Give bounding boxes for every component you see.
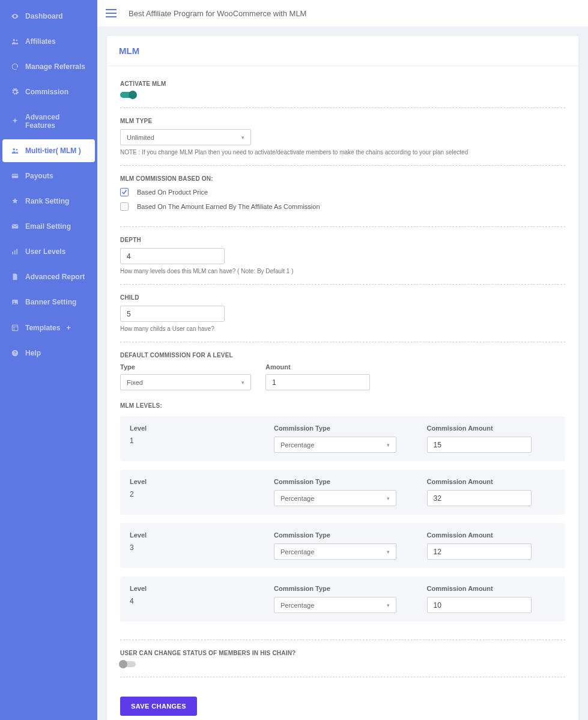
save-button[interactable]: SAVE CHANGES xyxy=(120,697,197,716)
depth-input[interactable] xyxy=(120,248,225,264)
default-type-value: Fixed xyxy=(127,379,143,386)
users-icon xyxy=(11,37,19,46)
sidebar-item-multi-tier-mlm-[interactable]: Multi-tier( MLM ) xyxy=(2,139,95,162)
default-amount-label: Amount xyxy=(265,363,370,371)
doc-icon xyxy=(11,273,19,281)
sidebar-item-advanced-features[interactable]: Advanced Features xyxy=(0,106,97,137)
depth-note: How many levels does this MLM can have? … xyxy=(120,268,565,274)
level-row: Level4Commission TypePercentage▾Commissi… xyxy=(120,576,565,622)
help-icon: ? xyxy=(11,349,19,357)
sidebar-item-advanced-report[interactable]: Advanced Report xyxy=(0,265,97,288)
level-number-label: Level xyxy=(130,478,250,485)
level-number-label: Level xyxy=(130,425,250,432)
mlm-type-note: NOTE : If you change MLM Plan then you n… xyxy=(120,149,565,156)
sidebar-item-email-setting[interactable]: Email Setting xyxy=(0,215,97,238)
sidebar-item-user-levels[interactable]: User Levels xyxy=(0,240,97,263)
level-number-value: 3 xyxy=(130,543,250,552)
svg-rect-6 xyxy=(12,225,19,229)
sidebar-item-manage-referrals[interactable]: Manage Referrals xyxy=(0,55,97,78)
level-type-label: Commission Type xyxy=(274,585,403,592)
level-type-value: Percentage xyxy=(280,495,314,502)
level-amount-label: Commission Amount xyxy=(427,585,556,592)
level-number-value: 1 xyxy=(130,437,250,445)
card-title: MLM xyxy=(107,36,578,66)
sidebar-item-label: Commission xyxy=(25,88,68,96)
svg-rect-7 xyxy=(12,252,13,255)
sidebar-item-label: Rank Setting xyxy=(25,197,69,205)
level-amount-input[interactable] xyxy=(427,437,532,453)
level-amount-label: Commission Amount xyxy=(427,478,556,485)
sidebar-item-label: Manage Referrals xyxy=(25,62,85,71)
chevron-down-icon: ▾ xyxy=(241,380,244,386)
level-amount-input[interactable] xyxy=(427,490,532,506)
based-on-earned-checkbox[interactable] xyxy=(120,202,129,211)
svg-rect-12 xyxy=(12,325,17,330)
sidebar-item-dashboard[interactable]: Dashboard xyxy=(0,5,97,28)
level-type-label: Commission Type xyxy=(274,531,403,539)
eye-icon xyxy=(11,12,19,20)
sidebar-item-payouts[interactable]: Payouts xyxy=(0,165,97,187)
svg-point-2 xyxy=(13,148,16,151)
chevron-down-icon: ▾ xyxy=(387,549,390,555)
level-number-value: 2 xyxy=(130,490,250,498)
based-on-price-checkbox[interactable] xyxy=(120,188,129,196)
svg-text:?: ? xyxy=(14,351,16,355)
child-input[interactable] xyxy=(120,306,225,322)
default-amount-input[interactable] xyxy=(265,374,370,390)
sidebar-item-help[interactable]: ?Help xyxy=(0,342,97,365)
users-icon xyxy=(11,147,19,155)
mlm-levels-label: MLM LEVELS: xyxy=(120,402,565,409)
svg-point-11 xyxy=(13,301,14,302)
mlm-type-select[interactable]: Unlimited ▾ xyxy=(120,129,251,145)
sidebar-item-label: Affiliates xyxy=(25,37,56,46)
sidebar-item-label: User Levels xyxy=(25,247,65,256)
level-amount-label: Commission Amount xyxy=(427,531,556,539)
sidebar-item-label: Payouts xyxy=(25,172,53,180)
sidebar-item-rank-setting[interactable]: Rank Setting xyxy=(0,190,97,213)
menu-toggle-icon[interactable] xyxy=(106,9,117,17)
sidebar-item-label: Multi-tier( MLM ) xyxy=(25,147,81,155)
sparkle-icon xyxy=(11,117,19,126)
sidebar-item-affiliates[interactable]: Affiliates xyxy=(0,30,97,53)
svg-point-1 xyxy=(16,40,18,41)
template-icon xyxy=(11,324,19,332)
svg-rect-5 xyxy=(12,175,19,175)
sidebar-item-label: Email Setting xyxy=(25,222,71,231)
depth-label: DEPTH xyxy=(120,237,565,243)
star-icon xyxy=(11,197,19,205)
level-number-label: Level xyxy=(130,531,250,539)
default-type-select[interactable]: Fixed ▾ xyxy=(120,374,251,390)
sidebar-item-label: Advanced Report xyxy=(25,273,85,281)
user-change-toggle[interactable] xyxy=(120,661,136,667)
chevron-down-icon: ▾ xyxy=(387,602,390,608)
sidebar-item-label: Help xyxy=(25,349,41,357)
child-note: How many childs a User can have? xyxy=(120,325,565,332)
svg-point-3 xyxy=(16,149,18,151)
level-type-select[interactable]: Percentage▾ xyxy=(274,597,396,613)
sidebar-item-templates[interactable]: Templates+ xyxy=(0,316,97,339)
commission-based-label: MLM COMMISSION BASED ON: xyxy=(120,175,565,182)
level-type-label: Commission Type xyxy=(274,478,403,485)
topbar: Best Affiliate Program for WooCommerce w… xyxy=(97,0,588,26)
level-row: Level3Commission TypePercentage▾Commissi… xyxy=(120,523,565,568)
sidebar-item-banner-setting[interactable]: Banner Setting xyxy=(0,291,97,313)
level-amount-input[interactable] xyxy=(427,597,532,613)
level-type-value: Percentage xyxy=(280,548,314,555)
sidebar-item-commission[interactable]: Commission xyxy=(0,80,97,103)
level-type-select[interactable]: Percentage▾ xyxy=(274,490,396,506)
level-amount-input[interactable] xyxy=(427,543,532,560)
level-type-select[interactable]: Percentage▾ xyxy=(274,437,396,453)
mlm-card: MLM ACTIVATE MLM MLM TYPE Unlimited ▾ NO… xyxy=(107,36,578,720)
mlm-type-value: Unlimited xyxy=(127,134,154,141)
sidebar-item-label: Advanced Features xyxy=(25,113,91,130)
based-on-earned-label: Based On The Amount Earned By The Affili… xyxy=(137,203,320,210)
sidebar: DashboardAffiliatesManage ReferralsCommi… xyxy=(0,0,97,720)
level-type-select[interactable]: Percentage▾ xyxy=(274,543,396,560)
chevron-down-icon: ▾ xyxy=(387,495,390,501)
plus-icon: + xyxy=(66,323,71,332)
based-on-price-label: Based On Product Price xyxy=(137,189,208,196)
activate-mlm-toggle[interactable] xyxy=(120,92,136,98)
default-commission-label: DEFAULT COMMISSION FOR A LEVEL xyxy=(120,352,565,358)
sidebar-item-label: Banner Setting xyxy=(25,298,76,306)
child-label: CHILD xyxy=(120,294,565,301)
